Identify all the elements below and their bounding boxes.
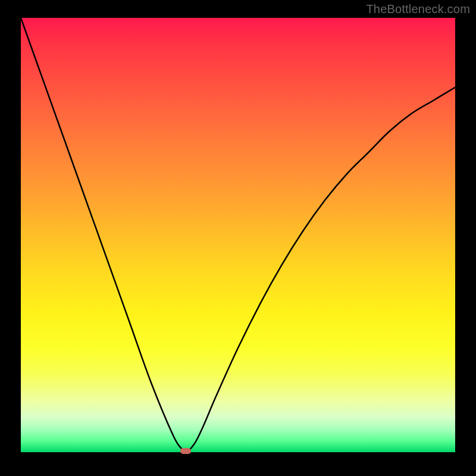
bottleneck-curve — [21, 18, 455, 452]
minimum-marker — [180, 448, 191, 454]
watermark-text: TheBottleneck.com — [366, 2, 470, 16]
chart-plot-area — [21, 18, 455, 452]
